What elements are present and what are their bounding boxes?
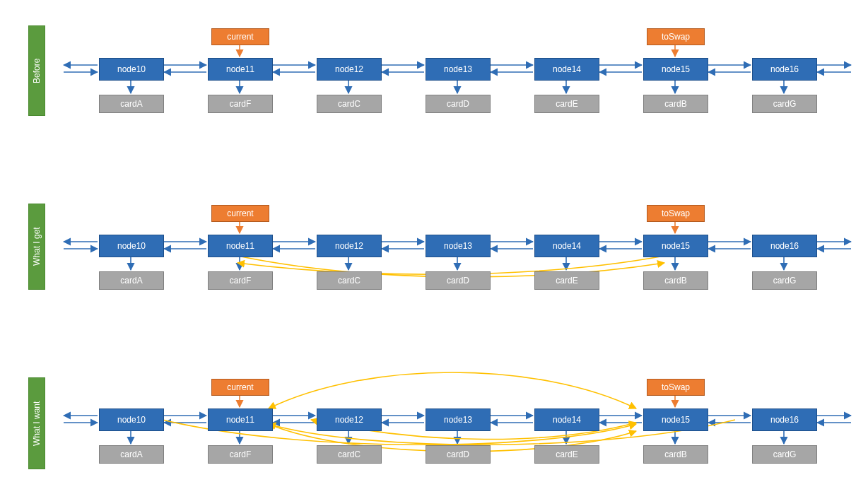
node-node15: node15 bbox=[643, 408, 708, 431]
card-cardE: cardE bbox=[534, 95, 599, 113]
node-node15: node15 bbox=[643, 58, 708, 81]
node-node14: node14 bbox=[534, 58, 599, 81]
card-cardB: cardB bbox=[643, 271, 708, 290]
card-cardF: cardF bbox=[208, 271, 273, 290]
card-cardG: cardG bbox=[752, 271, 817, 290]
card-cardC: cardC bbox=[317, 271, 382, 290]
node-node12: node12 bbox=[317, 58, 382, 81]
node-node12: node12 bbox=[317, 408, 382, 431]
node-node15: node15 bbox=[643, 235, 708, 257]
pointer-toSwap: toSwap bbox=[647, 205, 705, 222]
card-cardA: cardA bbox=[99, 271, 164, 290]
pointer-current: current bbox=[211, 205, 269, 222]
pointer-toSwap: toSwap bbox=[647, 28, 705, 45]
card-cardB: cardB bbox=[643, 445, 708, 464]
card-cardC: cardC bbox=[317, 95, 382, 113]
node-node16: node16 bbox=[752, 408, 817, 431]
card-cardF: cardF bbox=[208, 95, 273, 113]
node-node13: node13 bbox=[426, 235, 491, 257]
pointer-toSwap: toSwap bbox=[647, 379, 705, 396]
node-node14: node14 bbox=[534, 408, 599, 431]
card-cardA: cardA bbox=[99, 445, 164, 464]
node-node11: node11 bbox=[208, 408, 273, 431]
card-cardE: cardE bbox=[534, 445, 599, 464]
node-node12: node12 bbox=[317, 235, 382, 257]
pointer-current: current bbox=[211, 379, 269, 396]
node-node13: node13 bbox=[426, 408, 491, 431]
card-cardD: cardD bbox=[426, 95, 491, 113]
section-label-want: What I want bbox=[28, 377, 45, 469]
card-cardG: cardG bbox=[752, 95, 817, 113]
node-node11: node11 bbox=[208, 58, 273, 81]
card-cardC: cardC bbox=[317, 445, 382, 464]
node-node11: node11 bbox=[208, 235, 273, 257]
node-node13: node13 bbox=[426, 58, 491, 81]
node-node14: node14 bbox=[534, 235, 599, 257]
node-node10: node10 bbox=[99, 408, 164, 431]
node-node16: node16 bbox=[752, 58, 817, 81]
node-node10: node10 bbox=[99, 235, 164, 257]
node-node10: node10 bbox=[99, 58, 164, 81]
card-cardG: cardG bbox=[752, 445, 817, 464]
section-label-before: Before bbox=[28, 25, 45, 116]
diagram-stage: Beforenode10cardAcurrentnode11cardFnode1… bbox=[0, 0, 868, 494]
section-label-get: What I get bbox=[28, 204, 45, 290]
card-cardD: cardD bbox=[426, 271, 491, 290]
card-cardB: cardB bbox=[643, 95, 708, 113]
card-cardE: cardE bbox=[534, 271, 599, 290]
card-cardF: cardF bbox=[208, 445, 273, 464]
pointer-current: current bbox=[211, 28, 269, 45]
card-cardA: cardA bbox=[99, 95, 164, 113]
node-node16: node16 bbox=[752, 235, 817, 257]
card-cardD: cardD bbox=[426, 445, 491, 464]
